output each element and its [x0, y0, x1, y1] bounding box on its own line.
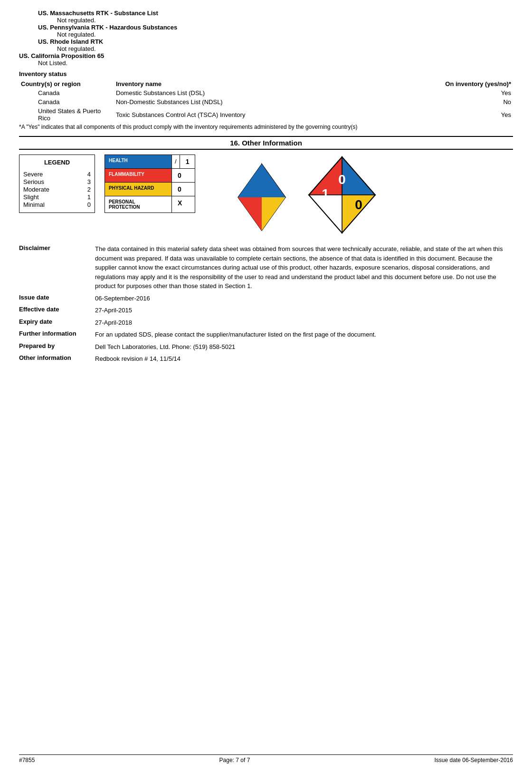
inventory-section: Inventory status Country(s) or region In…	[19, 70, 513, 130]
nfpa-label: FLAMMABILITY	[105, 169, 171, 182]
inventory-footnote: *A "Yes" indicates that all components o…	[19, 124, 513, 130]
nfpa-label: PHYSICAL HAZARD	[105, 183, 171, 196]
disclaimer-label: Disclaimer	[19, 244, 95, 251]
ca-prop-status: Not Listed.	[38, 59, 513, 67]
nfpa-row: FLAMMABILITY0	[105, 169, 195, 183]
nfpa-row: PHYSICAL HAZARD0	[105, 183, 195, 196]
diamond-top-value: 0	[338, 172, 346, 187]
ma-rtk-title: US. Massachusetts RTK - Substance List	[38, 10, 158, 17]
legend-item-value: 0	[87, 201, 91, 208]
ca-prop-title: US. California Proposition 65	[19, 52, 104, 59]
issue-date-label: Issue date	[19, 294, 95, 301]
info-section: Disclaimer The data contained in this ma…	[19, 244, 513, 364]
td-on-inv: No	[352, 97, 513, 106]
ri-rtk-block: US. Rhode Island RTK Not regulated.	[38, 38, 513, 52]
further-info-label: Further information	[19, 330, 95, 337]
inventory-status-label: Inventory status	[19, 70, 513, 77]
legend-item-label: Severe	[23, 171, 43, 178]
prepared-by-value: Dell Tech Laboratories, Ltd. Phone: (519…	[95, 342, 513, 352]
inventory-table: Country(s) or region Inventory name On i…	[19, 79, 513, 123]
legend-item-value: 4	[87, 171, 91, 178]
diamond-svg	[224, 159, 300, 235]
table-row: Canada Non-Domestic Substances List (NDS…	[19, 97, 513, 106]
nfpa-row: PERSONAL PROTECTIONX	[105, 196, 195, 213]
svg-marker-5	[238, 197, 262, 231]
legend-item-label: Serious	[23, 178, 44, 185]
page-footer: #7855 Page: 7 of 7 Issue date 06-Septemb…	[19, 754, 513, 763]
table-row: United States & Puerto Rico Toxic Substa…	[19, 106, 513, 123]
col-header-name: Inventory name	[114, 79, 352, 88]
table-row: Canada Domestic Substances List (DSL) Ye…	[19, 88, 513, 97]
td-country: Canada	[19, 97, 114, 106]
issue-date-row: Issue date 06-September-2016	[19, 294, 513, 303]
ri-rtk-status: Not regulated.	[57, 45, 513, 52]
legend-item-value: 1	[87, 193, 91, 201]
effective-date-value: 27-April-2015	[95, 306, 513, 315]
regulatory-section: US. Massachusetts RTK - Substance List N…	[19, 10, 513, 67]
other-info-row: Other information Redbook revision # 14,…	[19, 354, 513, 364]
footer-page-label: Page: 7 of 7	[219, 757, 250, 763]
td-on-inv: Yes	[352, 88, 513, 97]
issue-date-value: 06-September-2016	[95, 294, 513, 303]
nfpa-label: PERSONAL PROTECTION	[105, 196, 171, 213]
col-header-oninv: On inventory (yes/no)*	[352, 79, 513, 88]
nfpa-value: 1	[180, 155, 195, 168]
nfpa-value: X	[171, 196, 188, 213]
footer-doc-id: #7855	[19, 757, 35, 763]
legend-item-label: Moderate	[23, 186, 49, 193]
legend-item-label: Slight	[23, 193, 39, 201]
svg-marker-2	[238, 164, 285, 197]
td-inv-name: Toxic Substances Control Act (TSCA) Inve…	[114, 106, 352, 123]
td-inv-name: Domestic Substances List (DSL)	[114, 88, 352, 97]
pa-rtk-block: US. Pennsylvania RTK - Hazardous Substan…	[38, 24, 513, 38]
diamond-left-value: 1	[322, 186, 329, 201]
effective-date-label: Effective date	[19, 306, 95, 313]
further-info-value: For an updated SDS, please contact the s…	[95, 330, 513, 339]
nfpa-value: 0	[171, 169, 187, 182]
nfpa-table: HEALTH/1FLAMMABILITY0PHYSICAL HAZARD0PER…	[104, 155, 195, 213]
nfpa-value: 0	[171, 183, 187, 196]
legend-row: Severe4	[23, 171, 91, 178]
legend-row: Slight1	[23, 193, 91, 201]
nfpa-table-wrapper: HEALTH/1FLAMMABILITY0PHYSICAL HAZARD0PER…	[104, 155, 205, 213]
other-info-label: Other information	[19, 354, 95, 361]
prepared-by-label: Prepared by	[19, 342, 95, 349]
pa-rtk-title: US. Pennsylvania RTK - Hazardous Substan…	[38, 24, 177, 31]
svg-marker-4	[262, 197, 285, 231]
disclaimer-value: The data contained in this material safe…	[95, 244, 513, 291]
diamond-svg-correct: 0 1 0	[302, 155, 382, 235]
ma-rtk-block: US. Massachusetts RTK - Substance List N…	[38, 10, 513, 24]
disclaimer-row: Disclaimer The data contained in this ma…	[19, 244, 513, 291]
td-country: United States & Puerto Rico	[19, 106, 114, 123]
col-header-country: Country(s) or region	[19, 79, 114, 88]
expiry-date-label: Expiry date	[19, 318, 95, 325]
nfpa-diamond: 0 1 0	[224, 155, 382, 237]
ma-rtk-status: Not regulated.	[57, 17, 513, 24]
nfpa-label: HEALTH	[105, 155, 171, 168]
td-on-inv: Yes	[352, 106, 513, 123]
legend-title: LEGEND	[23, 159, 91, 166]
td-inv-name: Non-Domestic Substances List (NDSL)	[114, 97, 352, 106]
expiry-date-row: Expiry date 27-April-2018	[19, 318, 513, 328]
legend-row: Minimal0	[23, 201, 91, 208]
legend-row: Serious3	[23, 178, 91, 185]
legend-item-label: Minimal	[23, 201, 45, 208]
further-info-row: Further information For an updated SDS, …	[19, 330, 513, 339]
legend-row: Moderate2	[23, 186, 91, 193]
legend-item-value: 2	[87, 186, 91, 193]
footer-issue-date: Issue date 06-September-2016	[435, 757, 513, 763]
nfpa-row: HEALTH/1	[105, 155, 195, 169]
ri-rtk-title: US. Rhode Island RTK	[38, 38, 103, 45]
nfpa-slash: /	[171, 155, 180, 168]
legend-box: LEGEND Severe4Serious3Moderate2Slight1Mi…	[19, 155, 95, 213]
effective-date-row: Effective date 27-April-2015	[19, 306, 513, 315]
nfpa-legend-area: LEGEND Severe4Serious3Moderate2Slight1Mi…	[19, 155, 513, 237]
prepared-by-row: Prepared by Dell Tech Laboratories, Ltd.…	[19, 342, 513, 352]
other-info-value: Redbook revision # 14, 11/5/14	[95, 354, 513, 364]
ca-prop-block: US. California Proposition 65 Not Listed…	[19, 52, 513, 67]
expiry-date-value: 27-April-2018	[95, 318, 513, 328]
td-country: Canada	[19, 88, 114, 97]
pa-rtk-status: Not regulated.	[57, 31, 513, 38]
diamond-right-value: 0	[355, 197, 362, 212]
legend-item-value: 3	[87, 178, 91, 185]
